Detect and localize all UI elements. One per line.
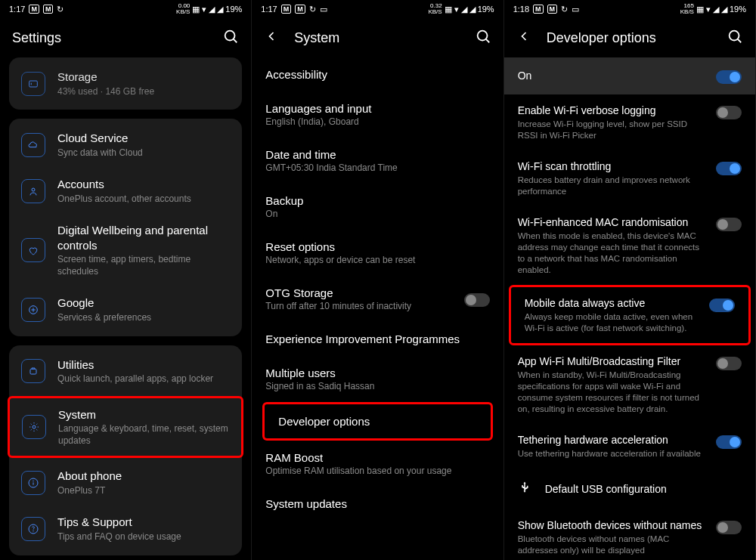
toggle[interactable] bbox=[709, 299, 735, 312]
item-title: Date and time bbox=[265, 148, 489, 161]
screenshot-icon: ▭ bbox=[572, 5, 579, 14]
google-icon bbox=[21, 298, 45, 322]
toggle[interactable] bbox=[716, 70, 742, 84]
page-title: Settings bbox=[12, 30, 207, 46]
item-sub: Turn off after 10 minutes of inactivity bbox=[265, 301, 454, 311]
dev-option[interactable]: Show Bluetooth devices without namesBlue… bbox=[504, 509, 755, 560]
search-icon[interactable] bbox=[222, 28, 239, 48]
utilities-icon bbox=[21, 359, 45, 383]
volte-icon: ▦ bbox=[696, 5, 704, 14]
item-title: Wi-Fi scan throttling bbox=[518, 159, 707, 173]
toggle[interactable] bbox=[716, 162, 742, 175]
gmail-icon: M bbox=[295, 5, 305, 14]
settings-item-tips[interactable]: Tips & SupportTips and FAQ on device usa… bbox=[9, 506, 242, 552]
signal-icon: ◢ bbox=[461, 5, 467, 14]
item-sub: 43% used · 146 GB free bbox=[57, 86, 230, 98]
toggle[interactable] bbox=[464, 293, 490, 307]
item-title: Tethering hardware acceleration bbox=[518, 433, 707, 447]
settings-panel: 1:17 M M ↻ 0.00KB/S ▦ ▾ ◢ ◢ 19% Settings… bbox=[0, 0, 252, 560]
svg-rect-6 bbox=[30, 369, 36, 374]
svg-line-14 bbox=[485, 39, 489, 43]
settings-item-system[interactable]: SystemLanguage & keyboard, time, reset, … bbox=[8, 396, 243, 459]
system-panel: 1:17 M M ↻ ▭ 0.32KB/S ▦ ▾ ◢ ◢ 19% System… bbox=[252, 0, 503, 560]
dev-option[interactable]: Wi-Fi-enhanced MAC randomisationWhen thi… bbox=[504, 206, 755, 285]
system-item[interactable]: Accessibility bbox=[252, 57, 503, 91]
dev-option[interactable]: Tethering hardware accelerationUse tethe… bbox=[504, 424, 755, 469]
item-title: Digital Wellbeing and parental controls bbox=[57, 223, 230, 252]
settings-item-cloud[interactable]: Cloud ServiceSync data with Cloud bbox=[9, 122, 242, 168]
system-item[interactable]: Reset optionsNetwork, apps or device can… bbox=[252, 230, 503, 276]
wifi-icon: ▾ bbox=[454, 5, 459, 14]
dev-option[interactable]: App Wi-Fi Multi/Broadcasting FilterWhen … bbox=[504, 345, 755, 424]
system-item[interactable]: Multiple usersSigned in as Sadiq Hassan bbox=[252, 356, 503, 402]
dev-master-toggle-row[interactable]: On bbox=[504, 57, 755, 94]
dev-option[interactable]: Enable Wi-Fi verbose loggingIncrease Wi-… bbox=[504, 94, 755, 150]
settings-item-wellbeing[interactable]: Digital Wellbeing and parental controlsS… bbox=[9, 214, 242, 286]
signal-icon: ◢ bbox=[713, 5, 719, 14]
toggle[interactable] bbox=[716, 357, 742, 370]
item-sub: Services & preferences bbox=[57, 312, 230, 324]
settings-item-google[interactable]: GoogleServices & preferences bbox=[9, 286, 242, 333]
developer-options-panel: 1:18 M M ↻ ▭ 165KB/S ▦ ▾ ◢ ◢ 19% Develop… bbox=[504, 0, 756, 560]
wellbeing-icon bbox=[21, 238, 45, 262]
settings-item-utilities[interactable]: UtilitiesQuick launch, parallel apps, ap… bbox=[9, 348, 242, 394]
storage-icon bbox=[21, 72, 45, 96]
system-item[interactable]: OTG StorageTurn off after 10 minutes of … bbox=[252, 276, 503, 322]
system-item[interactable]: System updates bbox=[252, 487, 503, 521]
battery-pct: 19% bbox=[478, 5, 494, 14]
sync-icon: ↻ bbox=[309, 5, 316, 14]
item-sub: GMT+05:30 India Standard Time bbox=[265, 162, 489, 173]
system-item[interactable]: Experience Improvement Programmes bbox=[252, 322, 503, 356]
sync-icon: ↻ bbox=[561, 5, 568, 14]
system-item[interactable]: BackupOn bbox=[252, 184, 503, 230]
status-time: 1:17 bbox=[261, 5, 277, 14]
back-icon[interactable] bbox=[516, 29, 531, 47]
item-sub: Always keep mobile data active, even whe… bbox=[525, 311, 700, 334]
dev-option[interactable]: Wi-Fi scan throttlingReduces battery dra… bbox=[504, 150, 755, 206]
item-title: Accounts bbox=[57, 177, 230, 192]
svg-point-15 bbox=[730, 31, 739, 41]
svg-point-12 bbox=[33, 531, 34, 531]
svg-line-16 bbox=[738, 39, 742, 43]
gmail-icon: M bbox=[281, 5, 292, 14]
status-time: 1:17 bbox=[9, 5, 25, 14]
statusbar: 1:17 M M ↻ 0.00KB/S ▦ ▾ ◢ ◢ 19% bbox=[0, 0, 251, 18]
settings-item-about[interactable]: About phoneOnePlus 7T bbox=[9, 459, 242, 506]
status-time: 1:18 bbox=[513, 5, 529, 14]
search-icon[interactable] bbox=[727, 28, 743, 48]
statusbar: 1:18 M M ↻ ▭ 165KB/S ▦ ▾ ◢ ◢ 19% bbox=[504, 0, 755, 18]
battery-icon: ◢ bbox=[469, 5, 476, 14]
dev-option[interactable]: Mobile data always activeAlways keep mob… bbox=[509, 285, 751, 345]
item-title: Wi-Fi-enhanced MAC randomisation bbox=[518, 215, 707, 229]
system-item[interactable]: Developer options bbox=[262, 402, 492, 441]
item-title: System updates bbox=[265, 497, 489, 510]
default-usb-config[interactable]: Default USB configuration bbox=[504, 469, 755, 509]
svg-rect-2 bbox=[29, 81, 38, 87]
system-item[interactable]: RAM BoostOptimise RAM utilisation based … bbox=[252, 441, 503, 487]
item-title: OTG Storage bbox=[265, 286, 454, 299]
system-item[interactable]: Languages and inputEnglish (India), Gboa… bbox=[252, 91, 503, 138]
item-title: App Wi-Fi Multi/Broadcasting Filter bbox=[518, 354, 707, 368]
system-icon bbox=[22, 415, 46, 439]
settings-item-account[interactable]: AccountsOnePlus account, other accounts bbox=[9, 168, 242, 214]
toggle[interactable] bbox=[716, 106, 742, 119]
back-icon[interactable] bbox=[264, 29, 279, 47]
item-sub: OnePlus account, other accounts bbox=[57, 193, 230, 206]
dev-header: Developer options bbox=[504, 18, 755, 57]
item-sub: Signed in as Sadiq Hassan bbox=[265, 381, 489, 391]
toggle[interactable] bbox=[716, 435, 742, 449]
gmail-icon: M bbox=[533, 5, 544, 14]
settings-item-storage[interactable]: Storage43% used · 146 GB free bbox=[9, 60, 242, 107]
volte-icon: ▦ bbox=[192, 5, 200, 14]
item-sub: Language & keyboard, time, reset, system… bbox=[58, 423, 229, 447]
system-item[interactable]: Date and timeGMT+05:30 India Standard Ti… bbox=[252, 138, 503, 184]
item-title: Utilities bbox=[57, 357, 230, 373]
item-sub: Sync data with Cloud bbox=[57, 147, 230, 159]
item-sub: English (India), Gboard bbox=[265, 116, 489, 127]
toggle[interactable] bbox=[716, 521, 742, 534]
battery-icon: ◢ bbox=[721, 5, 727, 14]
item-title: Mobile data always active bbox=[525, 296, 700, 310]
item-sub: Network, apps or device can be reset bbox=[265, 255, 489, 265]
toggle[interactable] bbox=[716, 218, 742, 231]
search-icon[interactable] bbox=[475, 28, 491, 48]
